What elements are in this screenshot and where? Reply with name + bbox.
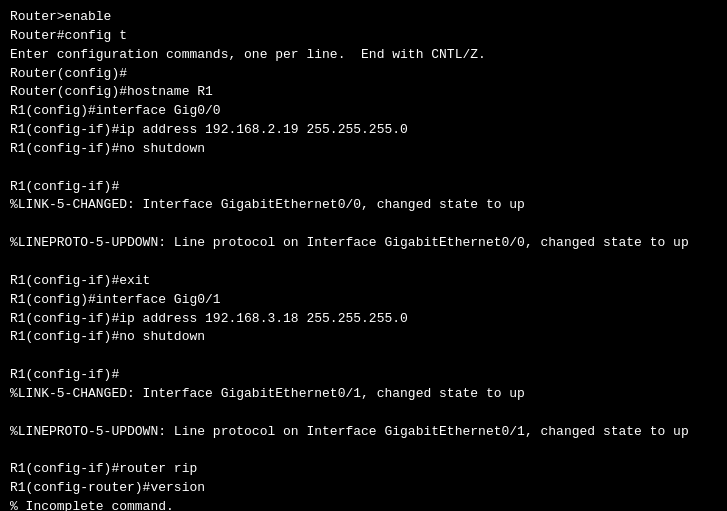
terminal-output: Router>enable Router#config t Enter conf…: [10, 8, 717, 511]
